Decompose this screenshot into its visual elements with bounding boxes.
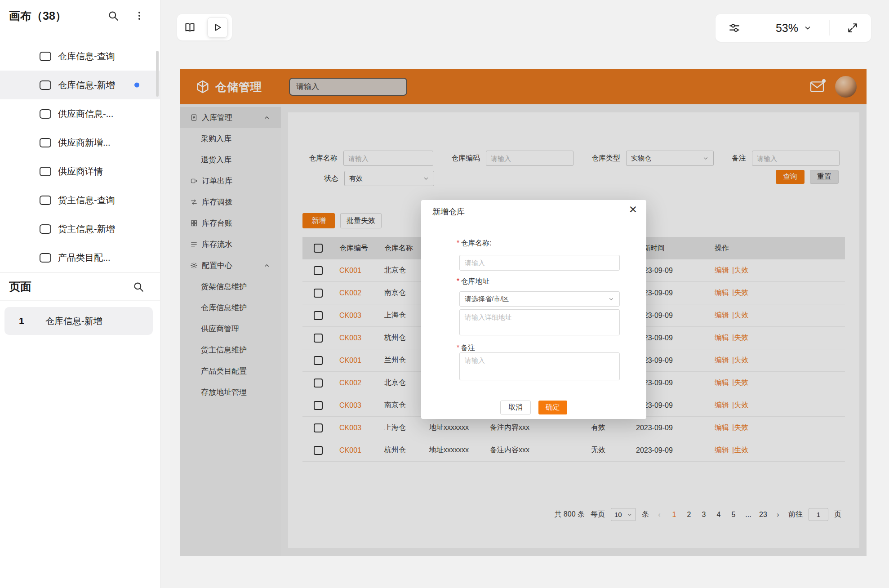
modal-name-input[interactable] — [459, 255, 620, 271]
frame-icon — [40, 80, 51, 90]
zoom-control[interactable]: 53% — [776, 22, 812, 35]
kebab-menu-icon[interactable] — [132, 9, 147, 23]
design-tool-window: 画布（38） 仓库信息-查询 仓库信息-新增 供应商信息-... — [0, 0, 889, 588]
layer-item[interactable]: 供应商信息-... — [0, 99, 160, 128]
divider — [758, 20, 758, 36]
layer-item[interactable]: 供应商详情 — [0, 157, 160, 186]
frame-icon — [40, 224, 51, 234]
page-number: 1 — [19, 316, 45, 326]
layer-label: 货主信息-新增 — [58, 223, 115, 235]
layer-label: 货主信息-查询 — [58, 194, 115, 206]
modal-buttons: 取消 确定 — [421, 401, 646, 414]
sidebar-scrollbar[interactable] — [156, 51, 159, 97]
search-icon[interactable] — [106, 9, 120, 23]
layer-list: 仓库信息-查询 仓库信息-新增 供应商信息-... 供应商新增... 供应商详情 — [0, 42, 160, 272]
frame-icon — [40, 52, 51, 61]
view-settings-icon[interactable] — [728, 22, 741, 34]
confirm-button[interactable]: 确定 — [538, 401, 567, 414]
chevron-down-icon — [804, 24, 812, 32]
layer-item[interactable]: 产品类目配... — [0, 243, 160, 272]
layer-label: 仓库信息-查询 — [58, 50, 115, 62]
add-warehouse-modal: 新增仓库 ✕ *仓库名称: *仓库地址 请选择省/市/区 *备注 — [421, 200, 646, 419]
divider — [829, 20, 830, 36]
chevron-down-icon — [608, 296, 614, 302]
play-button[interactable] — [207, 17, 228, 38]
page-item-selected[interactable]: 1 仓库信息-新增 — [4, 307, 153, 335]
layer-item[interactable]: 仓库信息-查询 — [0, 42, 160, 71]
canvas-title: 画布（38） — [9, 9, 94, 23]
app-mockup-frame: 仓储管理 入库管理 — [180, 69, 867, 556]
modal-remark-label: *备注 — [457, 343, 475, 353]
selected-dot — [134, 83, 139, 88]
pages-title: 页面 — [9, 279, 131, 294]
required-mark: * — [457, 277, 459, 285]
layer-label: 供应商新增... — [58, 137, 111, 149]
cancel-button[interactable]: 取消 — [500, 401, 531, 414]
canvas-panel-header: 画布（38） — [0, 0, 160, 31]
frame-icon — [40, 109, 51, 119]
layer-label: 供应商信息-... — [58, 108, 113, 120]
close-icon[interactable]: ✕ — [629, 205, 637, 215]
comment-book-icon[interactable] — [184, 21, 196, 33]
pages-panel-header: 页面 — [0, 273, 160, 301]
layers-sidebar: 画布（38） 仓库信息-查询 仓库信息-新增 供应商信息-... — [0, 0, 160, 588]
modal-title: 新增仓库 — [432, 206, 465, 217]
fullscreen-icon[interactable] — [847, 22, 858, 34]
layer-label: 仓库信息-新增 — [58, 79, 115, 91]
modal-region-select[interactable]: 请选择省/市/区 — [459, 291, 620, 307]
layer-label: 供应商详情 — [58, 165, 103, 178]
modal-detail-address-textarea[interactable] — [459, 309, 620, 335]
region-placeholder: 请选择省/市/区 — [465, 295, 509, 303]
modal-name-label: *仓库名称: — [457, 239, 492, 248]
required-mark: * — [457, 344, 459, 352]
frame-icon — [40, 167, 51, 176]
layer-item-selected[interactable]: 仓库信息-新增 — [0, 71, 160, 99]
layer-label: 产品类目配... — [58, 252, 111, 264]
canvas-toolbar-left — [177, 14, 232, 40]
canvas-toolbar-right: 53% — [716, 14, 871, 42]
frame-icon — [40, 138, 51, 147]
layer-item[interactable]: 供应商新增... — [0, 128, 160, 157]
zoom-value: 53% — [776, 22, 798, 35]
page-label: 仓库信息-新增 — [45, 315, 102, 327]
design-canvas: 53% 仓储管理 — [160, 0, 889, 588]
frame-icon — [40, 253, 51, 263]
layer-item[interactable]: 货主信息-查询 — [0, 186, 160, 214]
required-mark: * — [457, 239, 459, 247]
layer-item[interactable]: 货主信息-新增 — [0, 214, 160, 243]
pages-search-icon[interactable] — [131, 280, 146, 294]
modal-remark-textarea[interactable] — [459, 352, 620, 380]
frame-icon — [40, 196, 51, 205]
modal-address-label: *仓库地址 — [457, 277, 489, 286]
